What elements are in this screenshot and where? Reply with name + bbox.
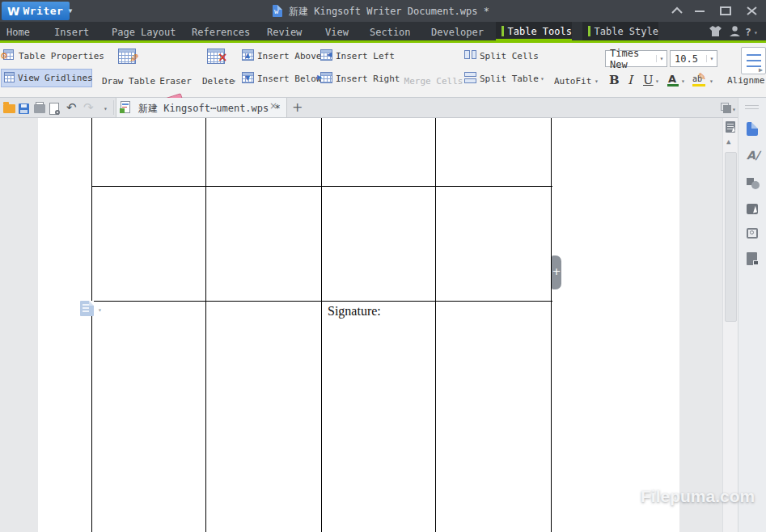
arrow-right-icon: ▶ — [317, 74, 322, 81]
scroll-up-icon[interactable]: ▲ — [726, 137, 730, 146]
highlight-caret-icon[interactable]: ▾ — [709, 78, 713, 85]
tab-section[interactable]: Section — [370, 27, 411, 38]
view-gridlines-button[interactable]: View Gridlines — [1, 69, 92, 87]
tab-table-style[interactable]: Table Style — [582, 22, 658, 40]
green-tab-marker — [501, 26, 504, 36]
document-tab-icon — [121, 101, 130, 113]
pencil-icon: ✎ — [129, 52, 139, 65]
tab-page-layout[interactable]: Page Layout — [112, 27, 176, 38]
font-name-caret-icon[interactable]: ▾ — [656, 55, 667, 62]
save-icon[interactable] — [19, 103, 29, 114]
selection-icon[interactable] — [747, 204, 758, 214]
table-quick-format-caret-icon[interactable]: ▾ — [98, 306, 102, 314]
document-canvas[interactable]: Signature: ▾ + — [0, 118, 766, 532]
account-icon[interactable] — [729, 25, 741, 40]
tab-review[interactable]: Review — [267, 27, 302, 38]
tab-table-tools[interactable]: Table Tools — [496, 22, 572, 40]
split-table-button[interactable]: Split Table ▾ — [463, 71, 552, 86]
draw-table-button[interactable]: ✎ Draw Table — [104, 45, 154, 87]
new-tab-button[interactable]: + — [292, 99, 303, 115]
tab-references[interactable]: References — [192, 27, 250, 38]
font-color-caret-icon[interactable]: ▾ — [681, 78, 685, 85]
view-gridlines-icon — [4, 72, 15, 82]
minimize-button[interactable] — [691, 5, 709, 18]
alignment-label: Alignme — [727, 75, 764, 86]
help-icon[interactable]: ? — [745, 26, 751, 38]
close-tab-icon[interactable]: × — [269, 100, 277, 112]
insert-above-button[interactable]: ▲ Insert Above — [240, 49, 317, 63]
print-preview-icon[interactable] — [49, 103, 59, 115]
maximize-button[interactable] — [717, 5, 734, 18]
writer-menu-button[interactable]: W Writer ▼ — [2, 2, 70, 20]
highlight-pen-icon: ✎ — [698, 71, 706, 82]
bold-button[interactable]: B — [609, 73, 620, 87]
table-properties-button[interactable]: ⚙ Table Properties — [2, 49, 99, 65]
insert-right-button[interactable]: ▶ Insert Right — [319, 71, 396, 86]
close-button[interactable] — [743, 5, 761, 18]
insert-left-button[interactable]: ◀ Insert Left — [319, 49, 396, 63]
add-column-handle[interactable]: + — [552, 255, 561, 289]
shapes-circle-icon[interactable] — [751, 181, 760, 189]
styles-icon[interactable]: A/ — [747, 149, 760, 162]
qat-dropdown-icon[interactable]: ▾ — [104, 105, 108, 112]
arrow-down-icon: ▼ — [245, 74, 250, 82]
font-size-select[interactable]: 10.5 ▾ — [670, 50, 717, 67]
insert-right-icon — [320, 72, 332, 83]
window-layers-caret-icon[interactable]: ▾ — [732, 106, 736, 113]
red-x-icon: × — [218, 50, 228, 65]
open-file-icon[interactable] — [3, 104, 15, 113]
underline-button[interactable]: U — [643, 73, 654, 87]
font-size-caret-icon[interactable]: ▾ — [706, 55, 717, 62]
tab-developer[interactable]: Developer — [431, 27, 484, 38]
delete-caret-icon: ▾ — [232, 78, 236, 85]
collapse-ribbon-button[interactable] — [668, 5, 686, 18]
gear-icon: ⚙ — [0, 51, 8, 61]
select-browse-object-icon[interactable] — [726, 121, 735, 133]
new-document-icon[interactable] — [747, 122, 758, 136]
window-layers-icon[interactable] — [721, 103, 729, 111]
scrollbar-thumb[interactable] — [725, 152, 737, 322]
find-replace-icon[interactable] — [747, 228, 758, 239]
ribbon-overflow-icon[interactable]: ▶ — [759, 66, 763, 74]
document-tab[interactable]: 新建 Kingsoft⋯ument.wps * × — [116, 98, 287, 117]
side-toolbar: A/ — [738, 98, 766, 532]
app-name: Writer — [23, 5, 63, 17]
protect-document-icon[interactable] — [747, 252, 757, 265]
autofit-button[interactable]: AutoFit ▾ — [552, 45, 602, 87]
divider — [113, 100, 114, 115]
wps-writer-window: W Writer ▼ 新建 Kingsoft Writer Document.w… — [0, 0, 766, 532]
merge-cells-button: Merge Cells — [401, 45, 466, 87]
document-icon — [273, 5, 282, 17]
arrow-up-icon: ▲ — [245, 52, 250, 59]
eraser-button[interactable]: Eraser — [157, 45, 194, 87]
tab-view[interactable]: View — [325, 27, 349, 38]
split-table-icon — [464, 72, 476, 77]
undo-icon[interactable]: ↶ — [66, 100, 77, 115]
split-cells-button[interactable]: Split Cells — [463, 49, 548, 63]
redo-icon: ↷ — [83, 100, 94, 115]
skin-icon[interactable] — [709, 25, 722, 40]
table-border — [551, 118, 552, 532]
table-quick-format-icon[interactable] — [80, 301, 94, 316]
italic-button[interactable]: I — [628, 73, 633, 87]
print-icon[interactable] — [34, 104, 45, 113]
insert-below-button[interactable]: ▼ Insert Below — [240, 71, 317, 86]
font-color-swatch — [667, 84, 679, 87]
chevron-down-icon: ▼ — [68, 7, 72, 15]
help-caret-icon[interactable]: ▾ — [754, 29, 758, 36]
watermark: Filepuma.com — [641, 487, 755, 506]
tab-insert[interactable]: Insert — [54, 27, 89, 38]
green-tab-marker — [588, 26, 590, 36]
autofit-caret-icon: ▾ — [595, 78, 599, 85]
vertical-scrollbar[interactable]: ▲ — [722, 118, 738, 532]
split-table-caret-icon: ▾ — [540, 75, 544, 82]
tab-home[interactable]: Home — [6, 27, 30, 38]
highlight-swatch — [692, 84, 705, 87]
signature-cell-text: Signature: — [328, 304, 381, 319]
font-name-select[interactable]: Times New ▾ — [605, 50, 667, 67]
underline-caret-icon[interactable]: ▾ — [655, 78, 659, 85]
table-border — [435, 118, 436, 532]
page[interactable] — [38, 118, 679, 532]
font-color-button[interactable]: A — [668, 73, 676, 85]
delete-button[interactable]: × Delete ▾ — [197, 45, 239, 87]
